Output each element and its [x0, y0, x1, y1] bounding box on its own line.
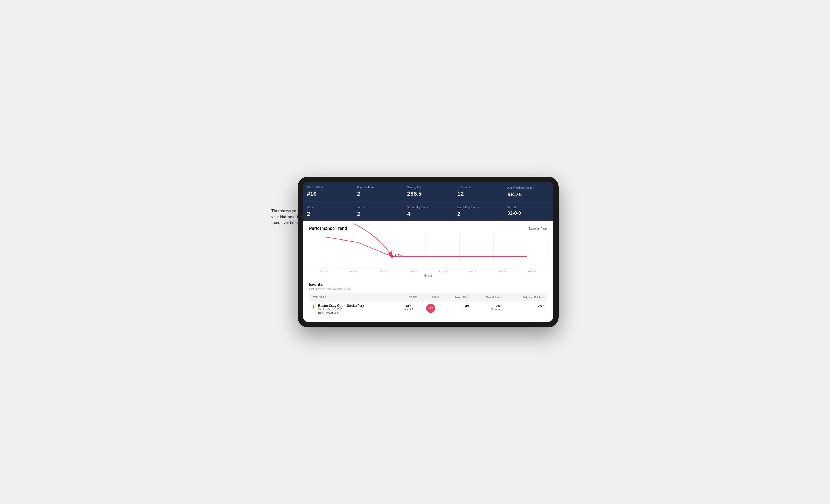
stat-total-rounds: Total Rounds 12	[453, 182, 503, 201]
svg-text:● #10: ● #10	[395, 253, 402, 256]
x-axis-labels: OCT 23 NOV 23 DEC 23 JAN 24 FEB 24 MAR 2…	[309, 269, 547, 274]
stat-match-play: Match Play Events 2	[453, 202, 503, 221]
performance-chart: ● #10	[309, 234, 547, 268]
event-type-icon: 🏌	[312, 304, 316, 309]
events-title: Events	[309, 282, 547, 287]
event-name-cell: 🏌 Buster Cozy Cup – Stroke Play Oct 9 – …	[309, 301, 397, 317]
table-header-row: Event Name Position Score Event SG ⓘ Tot…	[309, 293, 547, 301]
sg-info-icon: ⓘ	[467, 295, 469, 298]
performance-title: Performance Trend	[309, 226, 347, 231]
content-area: Performance Trend National Rank	[303, 221, 553, 322]
stat-stroke-play: Stroke Play Events 4	[403, 202, 453, 221]
event-rank-impact: Rank Impact: 3 ▼	[318, 311, 364, 314]
event-position: 6th out of 7	[397, 301, 420, 317]
event-date: Oct 9 – Oct 10, 2023	[318, 308, 364, 311]
stat-scoring-avg: Scoring Avg. 286.5	[403, 182, 453, 201]
event-name: Buster Cozy Cup – Stroke Play	[318, 304, 364, 308]
event-total-points: 28.3 3 Rounds	[472, 301, 505, 317]
event-score: -22	[420, 301, 442, 317]
info-icon: ⓘ	[533, 186, 535, 188]
stats-row-2: Wins 2 Top 3s 2 Stroke Play Events 4 Mat…	[303, 202, 553, 221]
events-table: Event Name Position Score Event SG ⓘ Tot…	[309, 293, 547, 317]
tablet-device: National Rank #10 Regional Rank 2 Scorin…	[297, 177, 558, 327]
col-position: Position	[397, 293, 420, 301]
col-total-points: Total Points ⓘ	[472, 293, 505, 301]
events-last-updated: Last updated: 24th November 2023	[309, 288, 547, 290]
stat-top3s: Top 3s 2	[353, 202, 403, 221]
col-event-sg: Event SG ⓘ	[442, 293, 472, 301]
x-axis-title: Months	[309, 274, 547, 277]
stat-record: Record 32-8-0	[503, 202, 553, 221]
wp-info-icon: ⓘ	[542, 295, 544, 298]
col-event-name: Event Name	[309, 293, 397, 301]
stat-regional-rank: Regional Rank 2	[353, 182, 403, 201]
events-section: Events Last updated: 24th November 2023 …	[309, 282, 547, 317]
event-weighted-points: 28.3	[505, 301, 547, 317]
annotation-text: This shows you your National Rank trend …	[272, 208, 318, 226]
performance-subtitle: National Rank	[529, 227, 547, 230]
stats-row-1: National Rank #10 Regional Rank 2 Scorin…	[303, 182, 553, 201]
table-row: 🏌 Buster Cozy Cup – Stroke Play Oct 9 – …	[309, 301, 547, 317]
col-weighted-points: Weighted Points ⓘ	[505, 293, 547, 301]
stat-national-rank: National Rank #10	[303, 182, 353, 201]
performance-header: Performance Trend National Rank	[309, 226, 547, 231]
svg-point-9	[390, 255, 393, 258]
performance-section: Performance Trend National Rank	[309, 226, 547, 277]
col-score: Score	[420, 293, 442, 301]
chart-svg: ● #10	[309, 234, 547, 268]
stat-avg-weighted-points: Avg. Weighted Points ⓘ 68.75	[503, 182, 553, 201]
tablet-screen: National Rank #10 Regional Rank 2 Scorin…	[303, 182, 553, 322]
event-sg: 0.45	[442, 301, 472, 317]
tp-info-icon: ⓘ	[500, 295, 503, 298]
